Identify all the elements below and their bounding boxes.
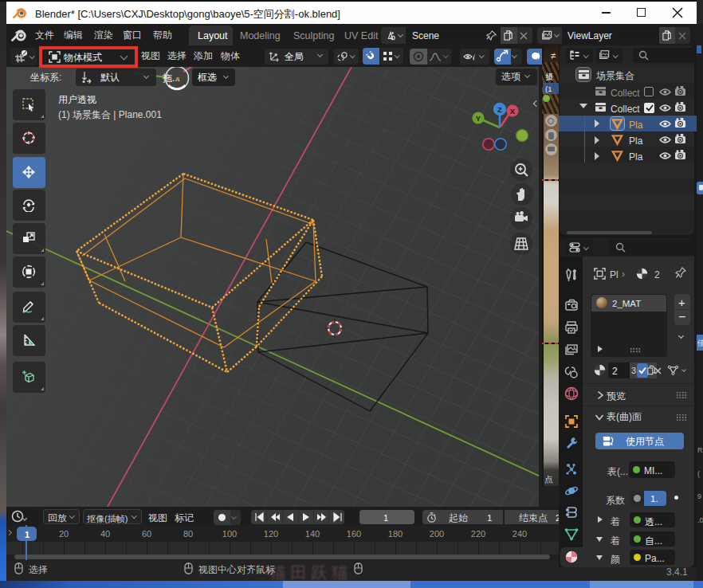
svg-text:Z: Z — [497, 105, 502, 114]
svg-text:X: X — [510, 107, 516, 116]
svg-text:Y: Y — [476, 114, 481, 123]
